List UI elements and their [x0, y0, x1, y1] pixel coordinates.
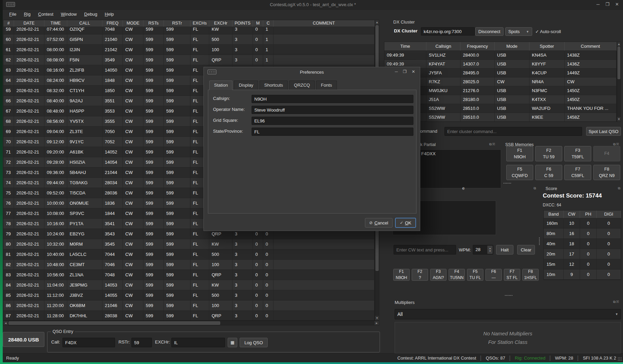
grid-icon-button[interactable]: ▦ [228, 338, 237, 347]
cw-memory-f6[interactable]: F6--- [485, 269, 502, 281]
column-header[interactable]: Band [544, 210, 564, 218]
column-header[interactable]: Spotter [529, 42, 565, 51]
table-row[interactable]: 80m1600 [544, 229, 621, 239]
spinner-up-icon[interactable]: ▲ [489, 247, 491, 250]
table-row[interactable]: 872026-02-2111:28:00DK7HHL28038CW599599F… [3, 311, 374, 321]
float-panel-icon[interactable]: ⧉ [489, 142, 492, 146]
table-row[interactable]: 40m1800 [544, 239, 621, 249]
halt-button[interactable]: Halt [496, 245, 513, 254]
operator-name-field[interactable] [252, 106, 413, 114]
log-horizontal-scrollbar[interactable]: ◄ ► [3, 321, 379, 325]
clear-button[interactable]: Clear [517, 245, 535, 254]
table-row[interactable]: 20m1700 [544, 249, 621, 259]
table-row[interactable]: 15m1200 [544, 259, 621, 270]
scroll-down-icon[interactable]: ▼ [375, 316, 379, 320]
frequency-display-button[interactable]: 28480.0 USB [3, 332, 44, 347]
ssb-memory-f8[interactable]: F8QRZ N9 [593, 165, 620, 180]
ssb-memory-f6[interactable]: F6C 59 [535, 165, 562, 180]
wpm-spinner[interactable]: 28 ▲▼ [473, 245, 493, 254]
menu-contest[interactable]: Contest [35, 10, 56, 18]
table-row[interactable]: 862026-02-2111:20:00OK6BM21046CW599599FL… [3, 301, 374, 311]
ssb-memory-f7[interactable]: F7C59FL [564, 165, 591, 180]
column-header[interactable]: Time [384, 42, 426, 51]
table-row[interactable]: 10m900 [544, 270, 621, 280]
table-row[interactable]: 612026-02-2108:00:00I2JIN21042CW599599FL… [3, 45, 374, 55]
column-header[interactable]: RSTr [164, 20, 190, 27]
column-header[interactable]: TIME [44, 20, 67, 27]
close-panel-icon[interactable]: ☒ [616, 300, 620, 304]
column-header[interactable]: Comment [565, 42, 617, 51]
table-row[interactable]: 09:49:39SV1LHZ28400.0USBKN4SA1438Z [384, 51, 617, 60]
cluster-server-input[interactable] [421, 27, 475, 35]
maximize-icon[interactable]: ❐ [605, 2, 609, 7]
close-panel-icon[interactable]: ☒ [492, 142, 496, 146]
column-header[interactable]: COMMENT [273, 20, 374, 27]
grid-square-field[interactable] [252, 117, 413, 125]
cluster-command-input[interactable] [444, 127, 582, 136]
ssb-memory-f2[interactable]: F2TU 59 [535, 146, 562, 161]
column-header[interactable]: PH [580, 210, 597, 218]
rstr-input[interactable] [131, 338, 152, 347]
log-hscroll-thumb[interactable] [9, 321, 220, 325]
spots-vertical-scrollbar[interactable]: ▲ ▼ [617, 42, 621, 122]
ssb-memory-f3[interactable]: F3T59FL [564, 146, 591, 161]
tab-fonts[interactable]: Fonts [316, 81, 337, 90]
call-input[interactable] [62, 338, 115, 347]
cw-memory-f1[interactable]: F1N9OH [393, 269, 410, 281]
disconnect-button[interactable]: Disconnect [475, 27, 504, 36]
column-header[interactable]: CW [564, 210, 580, 218]
splitter-handle[interactable] [503, 183, 511, 184]
resize-grip[interactable] [618, 357, 622, 361]
ssb-memory-f5[interactable]: F5CQWFD [506, 165, 533, 180]
column-header[interactable]: Callsign [426, 42, 461, 51]
scroll-left-icon[interactable]: ◄ [3, 321, 8, 325]
column-header[interactable]: EXCHr [209, 20, 232, 27]
check-partial-match[interactable]: F4DXX [421, 151, 436, 156]
cw-memory-f3[interactable]: F3AGN? [430, 269, 447, 281]
spots-dropdown[interactable]: Spots ▼ [505, 27, 532, 36]
minimize-icon[interactable]: ─ [395, 69, 398, 74]
column-header[interactable]: M [253, 20, 263, 27]
table-row[interactable]: 812026-02-2110:40:00LA5CLC7044CW599599FL… [3, 249, 374, 260]
autoscroll-checkbox[interactable]: ✓ Auto-scroll [535, 29, 561, 34]
float-panel-icon[interactable]: ⧉ [534, 186, 537, 190]
exchr-input[interactable] [171, 338, 225, 347]
menu-debug[interactable]: Debug [81, 10, 100, 18]
table-row[interactable]: 842026-02-2111:04:00JE9PMG14053CW599599F… [3, 280, 374, 290]
table-row[interactable]: 822026-02-2110:48:00CE3MT7046CW599599FL1… [3, 260, 374, 270]
maximize-icon[interactable]: ❐ [403, 69, 407, 74]
column-header[interactable]: C [263, 20, 273, 27]
table-row[interactable]: 852026-02-2111:12:00J3BVZ14055CW599599FL… [3, 290, 374, 301]
float-panel-icon[interactable]: ⧉ [613, 142, 616, 146]
column-header[interactable]: Frequency [461, 42, 495, 51]
scroll-down-icon[interactable]: ▼ [617, 117, 621, 121]
menu-help[interactable]: Help [102, 10, 117, 18]
column-header[interactable]: MODE [123, 20, 143, 27]
cw-memory-f2[interactable]: F2? [412, 269, 428, 281]
column-header[interactable]: # [3, 20, 14, 27]
table-row[interactable]: 602026-02-2107:52:00GI5PN21040CW599599FL… [3, 34, 374, 45]
tab-display[interactable]: Display [234, 81, 258, 90]
ssb-memory-f1[interactable]: F1N9OH [506, 146, 533, 161]
splitter-handle[interactable] [539, 237, 540, 245]
tab-station[interactable]: Station [209, 81, 232, 90]
scroll-up-icon[interactable]: ▲ [375, 20, 379, 25]
spinner-down-icon[interactable]: ▼ [489, 250, 491, 252]
close-icon[interactable]: ✕ [615, 2, 619, 7]
close-icon[interactable]: ✕ [412, 69, 415, 74]
spots-vscroll-thumb[interactable] [618, 47, 620, 79]
cancel-button[interactable]: ⊘ Cancel [365, 218, 393, 228]
table-row[interactable]: 802026-02-2110:32:00M0RM3545CW599599FLKW… [3, 239, 374, 249]
tab-shortcuts[interactable]: Shortcuts [259, 81, 288, 90]
column-header[interactable]: EXCHs [190, 20, 209, 27]
state-province-field[interactable] [252, 128, 413, 136]
cw-memory-f8[interactable]: F81HSFL [522, 269, 539, 281]
splitter-handle[interactable] [505, 295, 513, 296]
menu-window[interactable]: Window [58, 10, 80, 18]
float-panel-icon[interactable]: ⧉ [618, 186, 621, 190]
menu-rig[interactable]: Rig [21, 10, 34, 18]
column-header[interactable]: DATE [14, 20, 44, 27]
column-header[interactable]: POINTS [232, 20, 253, 27]
scroll-up-icon[interactable]: ▲ [617, 42, 621, 46]
ok-button[interactable]: ✓ OK [395, 218, 416, 228]
